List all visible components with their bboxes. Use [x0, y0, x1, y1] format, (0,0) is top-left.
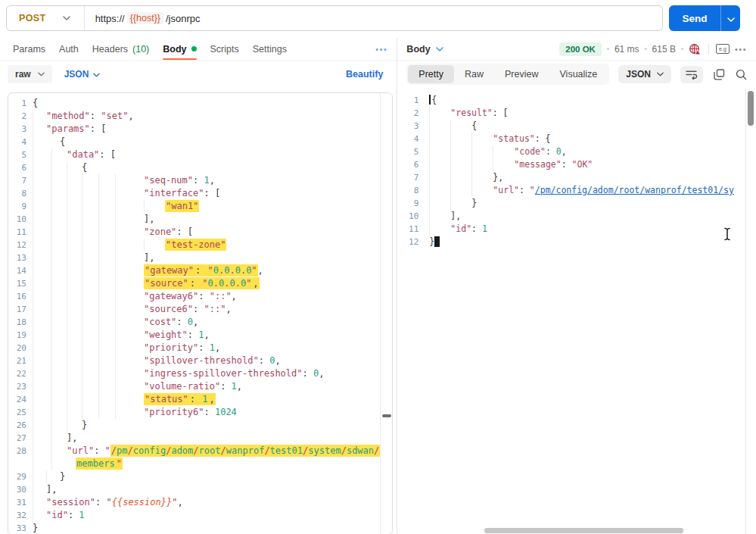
code-line: 20"priority": 1, [8, 342, 392, 354]
code-line: 1{ [400, 94, 756, 107]
response-tab-raw[interactable]: Raw [454, 65, 494, 83]
indent-guide [33, 406, 33, 419]
indent-guide [51, 432, 52, 445]
line-content: ], [33, 432, 392, 445]
chevron-down-icon [63, 16, 70, 20]
code-line: 28"url": "/pm/config/adom/root/wanprof/t… [8, 445, 392, 457]
line-number: 32 [8, 509, 26, 522]
send-button-group: Send [669, 5, 740, 31]
beautify-button[interactable]: Beautify [346, 69, 389, 80]
line-number: 17 [8, 303, 26, 316]
indent-guide [144, 200, 145, 213]
response-more-icon[interactable]: ••• [735, 45, 747, 54]
indent-guide [82, 393, 82, 406]
response-tab-pretty[interactable]: Pretty [408, 65, 454, 83]
tab-label: Body [163, 44, 186, 55]
code-line: 32"id": 1 [8, 509, 392, 522]
response-tab-visualize[interactable]: Visualize [549, 65, 608, 83]
url-variable[interactable]: {{host}} [127, 12, 163, 24]
tab-body[interactable]: Body [156, 38, 203, 60]
line-number: 25 [8, 406, 26, 419]
method-selector[interactable]: POST [7, 6, 85, 30]
response-body-selector[interactable]: Body [406, 44, 443, 55]
indent-guide [51, 200, 52, 213]
tab-auth[interactable]: Auth [52, 38, 86, 60]
response-body-editor[interactable]: 1{2"result": [3{4"status": {5"code": 0,6… [397, 91, 756, 526]
line-content: "data": [ [33, 148, 392, 161]
line-content: "source6": "::", [33, 303, 392, 316]
scrollbar-thumb[interactable] [382, 414, 391, 417]
copy-icon[interactable] [714, 69, 725, 80]
scrollbar-thumb[interactable] [748, 91, 754, 126]
line-content: ], [33, 213, 392, 226]
send-dropdown-button[interactable] [720, 5, 740, 31]
line-content: "cost": 0, [33, 316, 392, 329]
indent-guide [98, 342, 99, 354]
block-cursor [434, 236, 440, 247]
indent-guide [471, 133, 472, 145]
line-content: "interface": [ [33, 187, 392, 200]
line-number: 18 [8, 316, 26, 329]
indent-guide [33, 457, 33, 470]
tab-settings[interactable]: Settings [246, 38, 294, 60]
line-number: 10 [400, 210, 418, 223]
line-content: ], [33, 251, 392, 264]
line-number: 22 [8, 367, 26, 380]
response-tab-preview[interactable]: Preview [494, 65, 549, 83]
request-bar: POST https:// {{host}} /jsonrpc Send [0, 0, 756, 38]
request-body-editor[interactable]: 1{2"method": "set",3"params": [4{5"data"… [8, 92, 393, 534]
line-content: "weight": 1, [33, 329, 392, 342]
tab-params[interactable]: Params [6, 38, 52, 60]
code-line: 17"source6": "::", [8, 303, 392, 316]
code-line: 18"cost": 0, [8, 316, 392, 329]
dot-separator [645, 48, 647, 50]
indent-guide [115, 316, 116, 329]
wrap-text-icon[interactable] [680, 66, 703, 83]
language-selector[interactable]: JSON [64, 69, 101, 80]
indent-guide [429, 184, 430, 197]
indent-guide [67, 200, 67, 213]
response-language-selector[interactable]: JSON [618, 65, 671, 83]
chevron-down-icon [38, 72, 45, 77]
body-toolbar: raw JSON Beautify [0, 61, 397, 88]
indent-guide [51, 264, 52, 277]
indent-guide [82, 187, 82, 200]
response-vertical-scrollbar[interactable] [745, 88, 756, 534]
line-number: 28 [8, 445, 26, 457]
line-content: ], [33, 483, 392, 496]
indent-guide [98, 213, 99, 226]
body-mode-selector[interactable]: raw [8, 65, 52, 83]
url-input[interactable]: https:// {{host}} /jsonrpc [85, 12, 201, 24]
indent-guide [82, 380, 82, 393]
tab-label: Auth [59, 44, 79, 55]
highlighted-text: : [194, 264, 207, 276]
tab-scripts[interactable]: Scripts [204, 38, 246, 60]
code-line: 12"test-zone" [8, 239, 392, 251]
highlighted-text: " [116, 457, 123, 470]
save-example-icon[interactable]: e.g [716, 44, 730, 54]
line-number: 11 [8, 226, 26, 239]
request-tabs-more-icon[interactable]: ••• [375, 45, 390, 54]
indent-guide [429, 145, 430, 158]
send-button[interactable]: Send [669, 5, 720, 31]
indent-guide [67, 316, 67, 329]
indent-guide [98, 290, 99, 303]
indent-guide [67, 187, 67, 200]
indent-guide [33, 496, 33, 509]
tab-label: Settings [253, 44, 287, 55]
network-warning-icon[interactable] [689, 43, 702, 55]
tab-label: Params [13, 44, 45, 55]
indent-guide [51, 148, 52, 161]
response-horizontal-scrollbar[interactable] [439, 526, 745, 534]
search-icon[interactable] [736, 69, 747, 80]
line-content: } [429, 197, 756, 210]
tab-headers[interactable]: Headers(10) [86, 38, 156, 60]
indent-guide [33, 226, 33, 239]
send-label: Send [682, 13, 707, 24]
indent-guide [46, 470, 47, 483]
request-editor-scrollbar[interactable] [380, 93, 392, 534]
indent-guide [67, 342, 67, 354]
indent-guide [82, 303, 82, 316]
indent-guide [67, 419, 67, 432]
scrollbar-thumb[interactable] [484, 528, 683, 533]
